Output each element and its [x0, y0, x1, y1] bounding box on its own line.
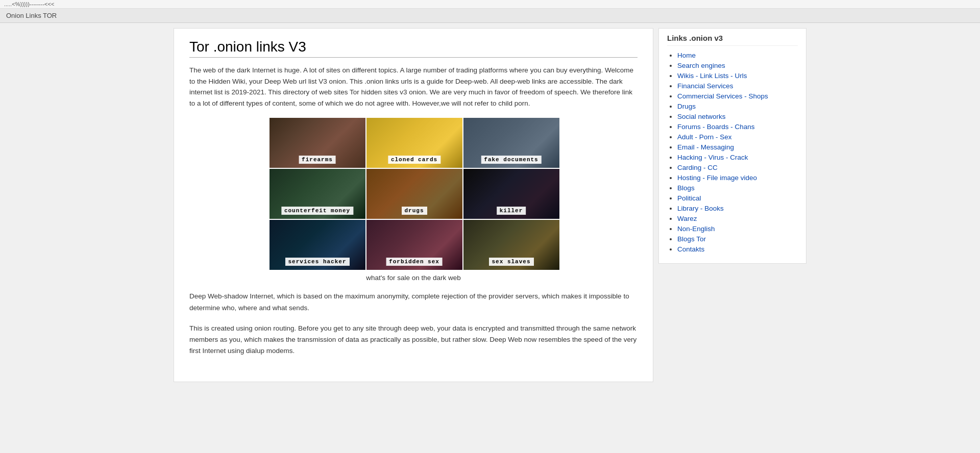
drugs-label: drugs [401, 207, 427, 215]
sidebar-item: Drugs [677, 102, 798, 110]
sidebar-item: Financial Services [677, 82, 798, 90]
grid-cell-slaves: sex slaves [463, 220, 559, 270]
sidebar-item: Warez [677, 214, 798, 222]
sidebar-item: Blogs [677, 184, 798, 192]
grid-cell-docs: fake documents [463, 118, 559, 168]
sidebar-link-blogs[interactable]: Blogs [677, 184, 695, 192]
sidebar-link-political[interactable]: Political [677, 194, 701, 202]
sidebar-item: Wikis - Link Lists - Urls [677, 71, 798, 80]
sidebar-link-home[interactable]: Home [677, 52, 696, 59]
sidebar-item: Blogs Tor [677, 235, 798, 243]
image-caption: what's for sale on the dark web [270, 274, 558, 282]
sidebar-item: Hosting - File image video [677, 173, 798, 182]
page-title: Tor .onion links V3 [189, 39, 638, 58]
sidebar-nav-list: Home Search engines Wikis - Link Lists -… [667, 51, 798, 253]
forbidden-label: forbidden sex [386, 258, 443, 266]
firearms-label: firearms [299, 156, 336, 164]
page-header: Onion Links TOR [0, 9, 980, 23]
hacker-label: services hacker [285, 258, 349, 266]
body-paragraph-1: Deep Web-shadow Internet, which is based… [189, 291, 638, 314]
grid-cell-drugs: drugs [366, 169, 462, 219]
sidebar-link-hosting[interactable]: Hosting - File image video [677, 174, 757, 182]
grid-cell-firearms: firearms [270, 118, 365, 168]
sidebar-link-nonenglish[interactable]: Non-English [677, 225, 715, 233]
top-bar: .....<%)))))--------<<< [0, 0, 980, 9]
sidebar-link-carding[interactable]: Carding - CC [677, 164, 718, 171]
sidebar-item: Non-English [677, 224, 798, 233]
grid-cell-money: counterfeit money [270, 169, 365, 219]
grid-cell-killer: killer [463, 169, 559, 219]
image-grid: firearms cloned cards fake documents cou… [270, 118, 558, 270]
sidebar-item: Forums - Boards - Chans [677, 122, 798, 131]
sidebar-link-blogs-tor[interactable]: Blogs Tor [677, 235, 706, 243]
sidebar: Links .onion v3 Home Search engines Wiki… [658, 28, 806, 264]
docs-label: fake documents [481, 156, 541, 164]
sidebar-link-adult[interactable]: Adult - Porn - Sex [677, 133, 732, 141]
sidebar-item: Carding - CC [677, 163, 798, 171]
sidebar-link-financial[interactable]: Financial Services [677, 82, 733, 90]
body-paragraph-2: This is created using onion routing. Bef… [189, 323, 638, 357]
cards-label: cloned cards [388, 156, 440, 164]
sidebar-item: Adult - Porn - Sex [677, 133, 798, 141]
grid-cell-hacker: services hacker [270, 220, 365, 270]
sidebar-link-wikis[interactable]: Wikis - Link Lists - Urls [677, 72, 747, 80]
sidebar-title: Links .onion v3 [667, 34, 798, 46]
killer-label: killer [497, 207, 526, 215]
sidebar-item: Hacking - Virus - Crack [677, 153, 798, 161]
main-content: Tor .onion links V3 The web of the dark … [174, 28, 653, 382]
top-bar-text: .....<%)))))--------<<< [4, 1, 54, 7]
sidebar-link-email[interactable]: Email - Messaging [677, 143, 734, 151]
sidebar-item: Political [677, 194, 798, 202]
sidebar-item: Home [677, 51, 798, 59]
grid-cell-forbidden: forbidden sex [366, 220, 462, 270]
sidebar-item: Social networks [677, 112, 798, 120]
sidebar-link-search-engines[interactable]: Search engines [677, 62, 725, 69]
sidebar-item: Email - Messaging [677, 143, 798, 151]
header-title: Onion Links TOR [6, 12, 57, 19]
sidebar-link-library[interactable]: Library - Books [677, 205, 724, 212]
image-grid-container: firearms cloned cards fake documents cou… [270, 118, 558, 282]
sidebar-link-drugs[interactable]: Drugs [677, 103, 696, 110]
sidebar-item: Contakts [677, 245, 798, 253]
sidebar-link-commercial[interactable]: Commercial Services - Shops [677, 92, 768, 100]
sidebar-link-forums[interactable]: Forums - Boards - Chans [677, 123, 755, 131]
sidebar-item: Library - Books [677, 204, 798, 212]
sidebar-item: Search engines [677, 61, 798, 69]
money-label: counterfeit money [281, 207, 353, 215]
grid-cell-cards: cloned cards [366, 118, 462, 168]
slaves-label: sex slaves [488, 258, 533, 266]
sidebar-link-hacking[interactable]: Hacking - Virus - Crack [677, 154, 748, 161]
sidebar-item: Commercial Services - Shops [677, 92, 798, 100]
intro-paragraph: The web of the dark Internet is huge. A … [189, 65, 638, 109]
page-layout: Tor .onion links V3 The web of the dark … [168, 23, 812, 387]
sidebar-link-contakts[interactable]: Contakts [677, 245, 704, 253]
sidebar-link-warez[interactable]: Warez [677, 215, 697, 222]
sidebar-link-social[interactable]: Social networks [677, 113, 726, 120]
